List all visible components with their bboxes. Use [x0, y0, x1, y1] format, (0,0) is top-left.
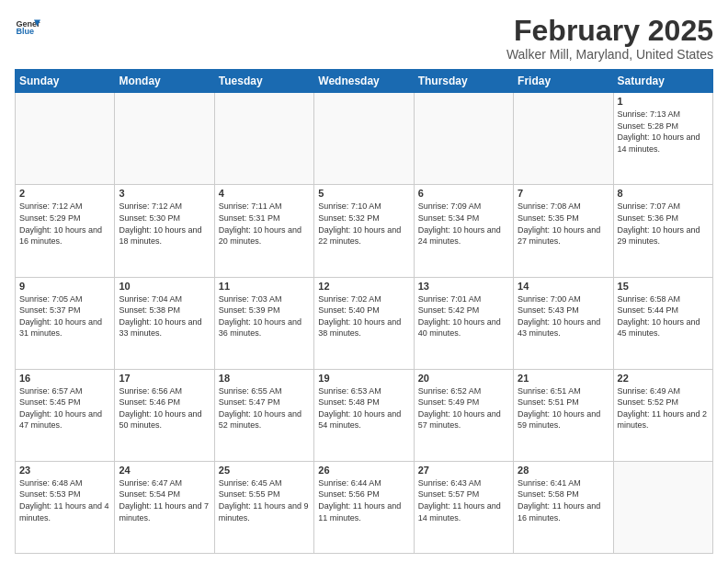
calendar-week-1: 1Sunrise: 7:13 AM Sunset: 5:28 PM Daylig… [16, 93, 713, 185]
calendar-cell: 3Sunrise: 7:12 AM Sunset: 5:30 PM Daylig… [115, 185, 214, 277]
calendar-cell: 19Sunrise: 6:53 AM Sunset: 5:48 PM Dayli… [314, 369, 414, 461]
day-number: 28 [518, 465, 609, 476]
day-info: Sunrise: 6:53 AM Sunset: 5:48 PM Dayligh… [318, 385, 409, 431]
day-number: 9 [19, 281, 110, 292]
logo: General Blue [15, 15, 40, 40]
day-number: 16 [19, 373, 110, 384]
calendar-cell: 1Sunrise: 7:13 AM Sunset: 5:28 PM Daylig… [613, 93, 712, 185]
day-number: 3 [119, 188, 210, 199]
day-info: Sunrise: 6:48 AM Sunset: 5:53 PM Dayligh… [19, 477, 110, 523]
day-info: Sunrise: 7:13 AM Sunset: 5:28 PM Dayligh… [618, 109, 709, 155]
day-info: Sunrise: 7:03 AM Sunset: 5:39 PM Dayligh… [219, 293, 310, 339]
title-block: February 2025 Walker Mill, Maryland, Uni… [506, 15, 713, 62]
calendar-cell [414, 93, 513, 185]
day-info: Sunrise: 6:51 AM Sunset: 5:51 PM Dayligh… [518, 385, 609, 431]
day-header-friday: Friday [514, 70, 613, 93]
calendar-cell: 23Sunrise: 6:48 AM Sunset: 5:53 PM Dayli… [16, 461, 115, 553]
calendar-cell: 18Sunrise: 6:55 AM Sunset: 5:47 PM Dayli… [214, 369, 313, 461]
calendar-cell [214, 93, 313, 185]
day-number: 25 [219, 465, 310, 476]
calendar-week-4: 16Sunrise: 6:57 AM Sunset: 5:45 PM Dayli… [16, 369, 713, 461]
main-title: February 2025 [506, 15, 713, 47]
calendar-cell: 22Sunrise: 6:49 AM Sunset: 5:52 PM Dayli… [613, 369, 712, 461]
day-info: Sunrise: 6:44 AM Sunset: 5:56 PM Dayligh… [318, 477, 409, 523]
day-info: Sunrise: 6:49 AM Sunset: 5:52 PM Dayligh… [618, 385, 709, 431]
calendar-cell: 21Sunrise: 6:51 AM Sunset: 5:51 PM Dayli… [514, 369, 613, 461]
logo-icon: General Blue [15, 15, 40, 40]
day-header-wednesday: Wednesday [314, 70, 414, 93]
day-number: 21 [518, 373, 609, 384]
day-info: Sunrise: 6:56 AM Sunset: 5:46 PM Dayligh… [119, 385, 210, 431]
calendar-cell: 4Sunrise: 7:11 AM Sunset: 5:31 PM Daylig… [214, 185, 313, 277]
day-number: 17 [119, 373, 210, 384]
calendar-cell: 26Sunrise: 6:44 AM Sunset: 5:56 PM Dayli… [314, 461, 414, 553]
day-info: Sunrise: 7:09 AM Sunset: 5:34 PM Dayligh… [418, 201, 509, 247]
day-number: 15 [618, 281, 709, 292]
calendar-week-3: 9Sunrise: 7:05 AM Sunset: 5:37 PM Daylig… [16, 277, 713, 369]
calendar-cell: 15Sunrise: 6:58 AM Sunset: 5:44 PM Dayli… [613, 277, 712, 369]
calendar-cell: 5Sunrise: 7:10 AM Sunset: 5:32 PM Daylig… [314, 185, 414, 277]
day-info: Sunrise: 6:45 AM Sunset: 5:55 PM Dayligh… [219, 477, 310, 523]
day-number: 14 [518, 281, 609, 292]
calendar-cell: 24Sunrise: 6:47 AM Sunset: 5:54 PM Dayli… [115, 461, 214, 553]
calendar-cell: 17Sunrise: 6:56 AM Sunset: 5:46 PM Dayli… [115, 369, 214, 461]
day-header-thursday: Thursday [414, 70, 513, 93]
day-number: 18 [219, 373, 310, 384]
day-number: 20 [418, 373, 509, 384]
calendar-cell: 13Sunrise: 7:01 AM Sunset: 5:42 PM Dayli… [414, 277, 513, 369]
calendar-cell [514, 93, 613, 185]
day-info: Sunrise: 6:55 AM Sunset: 5:47 PM Dayligh… [219, 385, 310, 431]
day-info: Sunrise: 7:12 AM Sunset: 5:29 PM Dayligh… [19, 201, 110, 247]
calendar-cell: 6Sunrise: 7:09 AM Sunset: 5:34 PM Daylig… [414, 185, 513, 277]
calendar-cell [613, 461, 712, 553]
day-number: 19 [318, 373, 409, 384]
calendar-cell [16, 93, 115, 185]
day-number: 6 [418, 188, 509, 199]
day-number: 10 [119, 281, 210, 292]
day-info: Sunrise: 7:12 AM Sunset: 5:30 PM Dayligh… [119, 201, 210, 247]
calendar-cell: 25Sunrise: 6:45 AM Sunset: 5:55 PM Dayli… [214, 461, 313, 553]
day-info: Sunrise: 6:43 AM Sunset: 5:57 PM Dayligh… [418, 477, 509, 523]
day-number: 27 [418, 465, 509, 476]
day-number: 7 [518, 188, 609, 199]
day-info: Sunrise: 7:08 AM Sunset: 5:35 PM Dayligh… [518, 201, 609, 247]
day-number: 24 [119, 465, 210, 476]
day-info: Sunrise: 6:41 AM Sunset: 5:58 PM Dayligh… [518, 477, 609, 523]
calendar-cell: 28Sunrise: 6:41 AM Sunset: 5:58 PM Dayli… [514, 461, 613, 553]
day-info: Sunrise: 7:01 AM Sunset: 5:42 PM Dayligh… [418, 293, 509, 339]
day-info: Sunrise: 7:11 AM Sunset: 5:31 PM Dayligh… [219, 201, 310, 247]
calendar-week-2: 2Sunrise: 7:12 AM Sunset: 5:29 PM Daylig… [16, 185, 713, 277]
day-number: 1 [618, 96, 709, 107]
calendar-cell: 2Sunrise: 7:12 AM Sunset: 5:29 PM Daylig… [16, 185, 115, 277]
day-number: 2 [19, 188, 110, 199]
day-info: Sunrise: 6:58 AM Sunset: 5:44 PM Dayligh… [618, 293, 709, 339]
calendar-cell: 14Sunrise: 7:00 AM Sunset: 5:43 PM Dayli… [514, 277, 613, 369]
calendar-cell: 10Sunrise: 7:04 AM Sunset: 5:38 PM Dayli… [115, 277, 214, 369]
subtitle: Walker Mill, Maryland, United States [506, 47, 713, 62]
day-info: Sunrise: 7:10 AM Sunset: 5:32 PM Dayligh… [318, 201, 409, 247]
day-number: 11 [219, 281, 310, 292]
day-info: Sunrise: 7:02 AM Sunset: 5:40 PM Dayligh… [318, 293, 409, 339]
calendar-table: SundayMondayTuesdayWednesdayThursdayFrid… [15, 69, 713, 554]
calendar-cell: 11Sunrise: 7:03 AM Sunset: 5:39 PM Dayli… [214, 277, 313, 369]
svg-text:Blue: Blue [16, 27, 34, 36]
day-info: Sunrise: 6:52 AM Sunset: 5:49 PM Dayligh… [418, 385, 509, 431]
calendar-cell [115, 93, 214, 185]
calendar-header-row: SundayMondayTuesdayWednesdayThursdayFrid… [16, 70, 713, 93]
day-header-sunday: Sunday [16, 70, 115, 93]
day-header-saturday: Saturday [613, 70, 712, 93]
day-number: 26 [318, 465, 409, 476]
day-header-tuesday: Tuesday [214, 70, 313, 93]
day-header-monday: Monday [115, 70, 214, 93]
day-number: 23 [19, 465, 110, 476]
day-info: Sunrise: 7:07 AM Sunset: 5:36 PM Dayligh… [618, 201, 709, 247]
day-info: Sunrise: 7:04 AM Sunset: 5:38 PM Dayligh… [119, 293, 210, 339]
day-info: Sunrise: 7:00 AM Sunset: 5:43 PM Dayligh… [518, 293, 609, 339]
day-number: 4 [219, 188, 310, 199]
page: General Blue February 2025 Walker Mill, … [0, 0, 728, 563]
day-number: 13 [418, 281, 509, 292]
day-info: Sunrise: 6:57 AM Sunset: 5:45 PM Dayligh… [19, 385, 110, 431]
day-number: 8 [618, 188, 709, 199]
day-number: 5 [318, 188, 409, 199]
day-info: Sunrise: 6:47 AM Sunset: 5:54 PM Dayligh… [119, 477, 210, 523]
